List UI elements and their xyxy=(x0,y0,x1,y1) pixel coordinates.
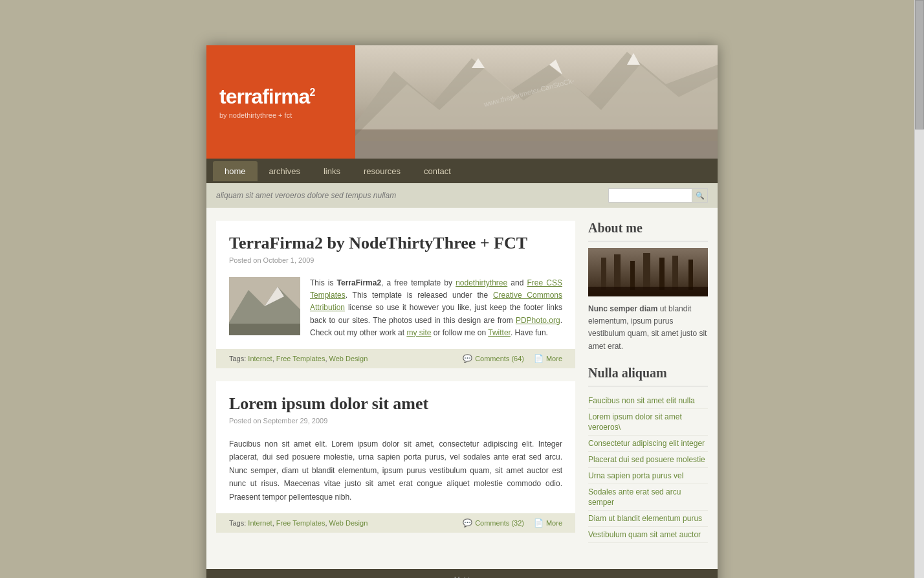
footer-text: MoLt xyxy=(454,575,470,578)
sidebar-link-item: Placerat dui sed posuere molestie xyxy=(588,452,708,468)
content-wrapper: TerraFirma2 by NodeThirtyThree + FCT Pos… xyxy=(206,208,718,569)
svg-rect-22 xyxy=(588,287,708,296)
sidebar-about: About me xyxy=(588,221,708,353)
nav-links[interactable]: links xyxy=(312,161,352,181)
sidebar-link-item: Diam ut blandit elementum purus xyxy=(588,511,708,527)
link-nodethirtythree[interactable]: nodethirtythree xyxy=(456,278,507,287)
post-1: TerraFirma2 by NodeThirtyThree + FCT Pos… xyxy=(216,221,575,368)
tag-internet-2[interactable]: Internet xyxy=(248,519,272,527)
sidebar-link-7[interactable]: Vestibulum quam sit amet auctor xyxy=(588,530,701,539)
sidebar-link-6[interactable]: Diam ut blandit elementum purus xyxy=(588,514,702,523)
post-1-title: TerraFirma2 by NodeThirtyThree + FCT xyxy=(229,234,562,253)
sidebar-nulla-title: Nulla aliquam xyxy=(588,366,708,386)
sidebar-about-image-inner xyxy=(588,248,708,296)
sidebar-link-0[interactable]: Faucibus non sit amet elit nulla xyxy=(588,396,695,405)
post-2-footer: Tags: Internet, Free Templates, Web Desi… xyxy=(216,513,575,533)
comment-icon-1: 💬 xyxy=(463,354,472,363)
post-1-text: This is TerraFirma2, a free template by … xyxy=(310,277,562,339)
tag-webdesign-2[interactable]: Web Design xyxy=(329,519,368,527)
svg-rect-17 xyxy=(630,261,635,290)
post-1-more[interactable]: 📄 More xyxy=(534,354,562,363)
sidebar-link-5[interactable]: Sodales ante erat sed arcu semper xyxy=(588,487,681,507)
tag-internet-1[interactable]: Internet xyxy=(248,355,272,362)
sidebar-about-title: About me xyxy=(588,221,708,241)
sidebar: About me xyxy=(588,221,708,556)
site-footer: MoLt xyxy=(206,569,718,578)
sidebar-link-item: Consectetur adipiscing elit integer xyxy=(588,436,708,452)
sidebar-about-bio: Nunc semper diam ut blandit elementum, i… xyxy=(588,303,708,353)
sidebar-link-item: Faucibus non sit amet elit nulla xyxy=(588,393,708,409)
tag-webdesign-1[interactable]: Web Design xyxy=(329,355,368,362)
scrollbar-track[interactable] xyxy=(914,0,924,578)
tag-freetemplates-2[interactable]: Free Templates xyxy=(276,519,325,527)
post-2-body: Faucibus non sit amet elit. Lorem ipsum … xyxy=(216,438,575,513)
search-button[interactable]: 🔍 xyxy=(692,188,708,203)
post-2: Lorem ipsum dolor sit amet Posted on Sep… xyxy=(216,381,575,533)
site-nav: home archives links resources contact xyxy=(206,159,718,183)
svg-rect-18 xyxy=(643,253,650,290)
svg-rect-15 xyxy=(601,258,606,290)
nav-home[interactable]: home xyxy=(213,161,258,181)
sidebar-link-item: Sodales ante erat sed arcu semper xyxy=(588,484,708,511)
header-logo: terrafirma2 by nodethirtythree + fct xyxy=(206,45,355,159)
post-2-comments[interactable]: 💬 Comments (32) xyxy=(463,518,524,528)
main-content: TerraFirma2 by NodeThirtyThree + FCT Pos… xyxy=(216,221,575,556)
sidebar-link-3[interactable]: Placerat dui sed posuere molestie xyxy=(588,455,705,464)
sidebar-link-item: Urna sapien porta purus vel xyxy=(588,468,708,484)
post-2-meta-right: 💬 Comments (32) 📄 More xyxy=(463,518,562,528)
nav-contact[interactable]: contact xyxy=(412,161,463,181)
post-1-tags: Tags: Internet, Free Templates, Web Desi… xyxy=(229,355,368,362)
post-2-date: Posted on September 29, 2009 xyxy=(229,417,562,425)
sidebar-about-image xyxy=(588,248,708,296)
sidebar-links: Faucibus non sit amet elit nulla Lorem i… xyxy=(588,393,708,543)
post-2-header: Lorem ipsum dolor sit amet Posted on Sep… xyxy=(216,381,575,438)
post-1-footer: Tags: Internet, Free Templates, Web Desi… xyxy=(216,349,575,368)
svg-rect-19 xyxy=(659,258,665,290)
sidebar-link-1[interactable]: Lorem ipsum dolor sit amet veroeros\ xyxy=(588,412,682,432)
sidebar-link-item: Lorem ipsum dolor sit amet veroeros\ xyxy=(588,409,708,436)
page-icon-2: 📄 xyxy=(534,518,544,528)
link-cc[interactable]: Creative Commons Attribution xyxy=(310,291,562,312)
link-twitter[interactable]: Twitter xyxy=(488,328,511,337)
post-1-image xyxy=(229,277,300,335)
svg-rect-16 xyxy=(614,254,621,290)
svg-rect-21 xyxy=(688,260,693,290)
site-title: terrafirma2 xyxy=(219,85,342,109)
site-subtitle: by nodethirtythree + fct xyxy=(219,111,342,119)
svg-rect-12 xyxy=(229,324,300,335)
link-mysite[interactable]: my site xyxy=(406,328,431,337)
post-2-more[interactable]: 📄 More xyxy=(534,518,562,528)
post-1-comments[interactable]: 💬 Comments (64) xyxy=(463,354,524,363)
site-header: terrafirma2 by nodethirtythree + fct xyxy=(206,45,718,159)
nav-resources[interactable]: resources xyxy=(352,161,412,181)
tag-freetemplates-1[interactable]: Free Templates xyxy=(276,355,325,362)
post-1-header: TerraFirma2 by NodeThirtyThree + FCT Pos… xyxy=(216,221,575,277)
post-1-meta-right: 💬 Comments (64) 📄 More xyxy=(463,354,562,363)
scrollbar-thumb[interactable] xyxy=(915,0,924,129)
post-1-body: This is TerraFirma2, a free template by … xyxy=(216,277,575,349)
post-1-date: Posted on October 1, 2009 xyxy=(229,256,562,264)
header-image: www.theperimeter.CanStoCk- xyxy=(355,45,718,159)
page-wrapper: terrafirma2 by nodethirtythree + fct xyxy=(206,45,718,578)
sidebar-link-item: Vestibulum quam sit amet auctor xyxy=(588,527,708,543)
svg-rect-20 xyxy=(672,256,678,290)
page-icon-1: 📄 xyxy=(534,354,544,363)
tagline-text: aliquam sit amet veroeros dolore sed tem… xyxy=(216,191,396,200)
post-1-image-inner xyxy=(229,277,300,335)
svg-rect-7 xyxy=(355,141,718,159)
link-pdphoto[interactable]: PDPhoto.org xyxy=(516,316,560,325)
post-2-tags: Tags: Internet, Free Templates, Web Desi… xyxy=(229,519,368,527)
sidebar-link-2[interactable]: Consectetur adipiscing elit integer xyxy=(588,439,705,448)
post-2-title: Lorem ipsum dolor sit amet xyxy=(229,394,562,414)
search-box: 🔍 xyxy=(608,188,708,203)
sidebar-nulla: Nulla aliquam Faucibus non sit amet elit… xyxy=(588,366,708,543)
sidebar-link-4[interactable]: Urna sapien porta purus vel xyxy=(588,471,683,480)
nav-archives[interactable]: archives xyxy=(258,161,312,181)
search-input[interactable] xyxy=(608,188,692,203)
tagline-bar: aliquam sit amet veroeros dolore sed tem… xyxy=(206,183,718,208)
comment-icon-2: 💬 xyxy=(463,518,472,528)
